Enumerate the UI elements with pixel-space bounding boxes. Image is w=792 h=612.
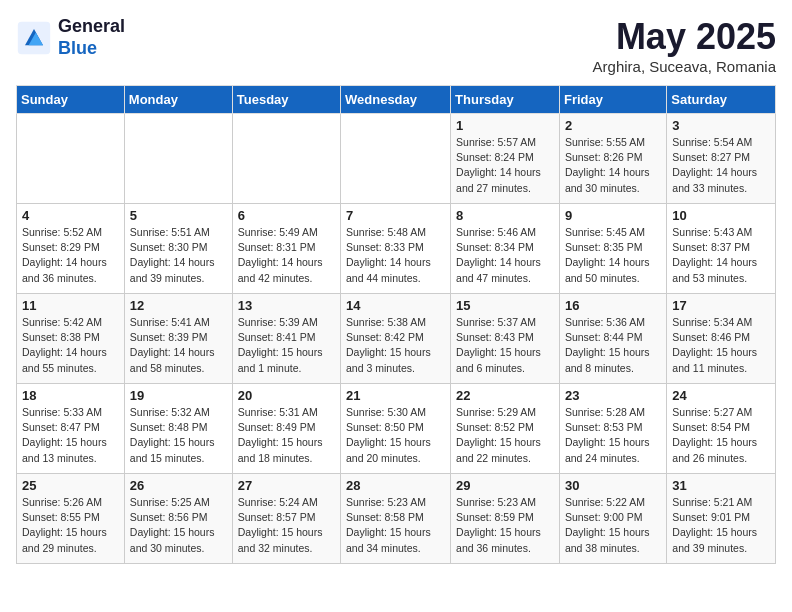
calendar-cell: 21Sunrise: 5:30 AM Sunset: 8:50 PM Dayli… bbox=[341, 384, 451, 474]
calendar-cell: 11Sunrise: 5:42 AM Sunset: 8:38 PM Dayli… bbox=[17, 294, 125, 384]
day-info: Sunrise: 5:26 AM Sunset: 8:55 PM Dayligh… bbox=[22, 495, 119, 556]
day-number: 29 bbox=[456, 478, 554, 493]
calendar-cell: 12Sunrise: 5:41 AM Sunset: 8:39 PM Dayli… bbox=[124, 294, 232, 384]
calendar-cell: 8Sunrise: 5:46 AM Sunset: 8:34 PM Daylig… bbox=[451, 204, 560, 294]
day-number: 10 bbox=[672, 208, 770, 223]
calendar-cell: 31Sunrise: 5:21 AM Sunset: 9:01 PM Dayli… bbox=[667, 474, 776, 564]
day-info: Sunrise: 5:37 AM Sunset: 8:43 PM Dayligh… bbox=[456, 315, 554, 376]
day-info: Sunrise: 5:24 AM Sunset: 8:57 PM Dayligh… bbox=[238, 495, 335, 556]
day-info: Sunrise: 5:42 AM Sunset: 8:38 PM Dayligh… bbox=[22, 315, 119, 376]
day-number: 27 bbox=[238, 478, 335, 493]
day-number: 12 bbox=[130, 298, 227, 313]
calendar-cell: 14Sunrise: 5:38 AM Sunset: 8:42 PM Dayli… bbox=[341, 294, 451, 384]
calendar-cell: 5Sunrise: 5:51 AM Sunset: 8:30 PM Daylig… bbox=[124, 204, 232, 294]
calendar-cell bbox=[17, 114, 125, 204]
logo-line1: General bbox=[58, 16, 125, 38]
day-number: 7 bbox=[346, 208, 445, 223]
calendar-week-row: 4Sunrise: 5:52 AM Sunset: 8:29 PM Daylig… bbox=[17, 204, 776, 294]
day-info: Sunrise: 5:36 AM Sunset: 8:44 PM Dayligh… bbox=[565, 315, 661, 376]
day-info: Sunrise: 5:48 AM Sunset: 8:33 PM Dayligh… bbox=[346, 225, 445, 286]
calendar-cell: 2Sunrise: 5:55 AM Sunset: 8:26 PM Daylig… bbox=[559, 114, 666, 204]
calendar-week-row: 1Sunrise: 5:57 AM Sunset: 8:24 PM Daylig… bbox=[17, 114, 776, 204]
day-number: 21 bbox=[346, 388, 445, 403]
day-info: Sunrise: 5:33 AM Sunset: 8:47 PM Dayligh… bbox=[22, 405, 119, 466]
day-number: 11 bbox=[22, 298, 119, 313]
calendar-cell: 9Sunrise: 5:45 AM Sunset: 8:35 PM Daylig… bbox=[559, 204, 666, 294]
day-number: 20 bbox=[238, 388, 335, 403]
calendar-cell bbox=[124, 114, 232, 204]
day-info: Sunrise: 5:30 AM Sunset: 8:50 PM Dayligh… bbox=[346, 405, 445, 466]
day-number: 28 bbox=[346, 478, 445, 493]
day-number: 24 bbox=[672, 388, 770, 403]
day-info: Sunrise: 5:49 AM Sunset: 8:31 PM Dayligh… bbox=[238, 225, 335, 286]
calendar-cell: 22Sunrise: 5:29 AM Sunset: 8:52 PM Dayli… bbox=[451, 384, 560, 474]
day-info: Sunrise: 5:54 AM Sunset: 8:27 PM Dayligh… bbox=[672, 135, 770, 196]
day-number: 17 bbox=[672, 298, 770, 313]
day-number: 25 bbox=[22, 478, 119, 493]
weekday-header-row: SundayMondayTuesdayWednesdayThursdayFrid… bbox=[17, 86, 776, 114]
day-info: Sunrise: 5:55 AM Sunset: 8:26 PM Dayligh… bbox=[565, 135, 661, 196]
calendar-cell: 15Sunrise: 5:37 AM Sunset: 8:43 PM Dayli… bbox=[451, 294, 560, 384]
day-number: 22 bbox=[456, 388, 554, 403]
day-number: 19 bbox=[130, 388, 227, 403]
day-info: Sunrise: 5:28 AM Sunset: 8:53 PM Dayligh… bbox=[565, 405, 661, 466]
calendar-cell bbox=[341, 114, 451, 204]
day-info: Sunrise: 5:27 AM Sunset: 8:54 PM Dayligh… bbox=[672, 405, 770, 466]
day-number: 23 bbox=[565, 388, 661, 403]
day-info: Sunrise: 5:43 AM Sunset: 8:37 PM Dayligh… bbox=[672, 225, 770, 286]
day-info: Sunrise: 5:34 AM Sunset: 8:46 PM Dayligh… bbox=[672, 315, 770, 376]
day-info: Sunrise: 5:57 AM Sunset: 8:24 PM Dayligh… bbox=[456, 135, 554, 196]
location-subtitle: Arghira, Suceava, Romania bbox=[593, 58, 776, 75]
calendar-cell: 20Sunrise: 5:31 AM Sunset: 8:49 PM Dayli… bbox=[232, 384, 340, 474]
calendar-table: SundayMondayTuesdayWednesdayThursdayFrid… bbox=[16, 85, 776, 564]
calendar-week-row: 18Sunrise: 5:33 AM Sunset: 8:47 PM Dayli… bbox=[17, 384, 776, 474]
logo: General Blue bbox=[16, 16, 125, 59]
calendar-cell: 30Sunrise: 5:22 AM Sunset: 9:00 PM Dayli… bbox=[559, 474, 666, 564]
day-number: 18 bbox=[22, 388, 119, 403]
calendar-cell: 16Sunrise: 5:36 AM Sunset: 8:44 PM Dayli… bbox=[559, 294, 666, 384]
day-info: Sunrise: 5:25 AM Sunset: 8:56 PM Dayligh… bbox=[130, 495, 227, 556]
calendar-cell: 26Sunrise: 5:25 AM Sunset: 8:56 PM Dayli… bbox=[124, 474, 232, 564]
weekday-header: Sunday bbox=[17, 86, 125, 114]
day-info: Sunrise: 5:21 AM Sunset: 9:01 PM Dayligh… bbox=[672, 495, 770, 556]
calendar-cell: 28Sunrise: 5:23 AM Sunset: 8:58 PM Dayli… bbox=[341, 474, 451, 564]
day-number: 14 bbox=[346, 298, 445, 313]
day-number: 15 bbox=[456, 298, 554, 313]
day-info: Sunrise: 5:45 AM Sunset: 8:35 PM Dayligh… bbox=[565, 225, 661, 286]
calendar-cell: 4Sunrise: 5:52 AM Sunset: 8:29 PM Daylig… bbox=[17, 204, 125, 294]
day-number: 26 bbox=[130, 478, 227, 493]
weekday-header: Thursday bbox=[451, 86, 560, 114]
month-title: May 2025 bbox=[593, 16, 776, 58]
day-info: Sunrise: 5:31 AM Sunset: 8:49 PM Dayligh… bbox=[238, 405, 335, 466]
calendar-cell: 1Sunrise: 5:57 AM Sunset: 8:24 PM Daylig… bbox=[451, 114, 560, 204]
day-info: Sunrise: 5:38 AM Sunset: 8:42 PM Dayligh… bbox=[346, 315, 445, 376]
day-number: 16 bbox=[565, 298, 661, 313]
day-number: 8 bbox=[456, 208, 554, 223]
calendar-week-row: 25Sunrise: 5:26 AM Sunset: 8:55 PM Dayli… bbox=[17, 474, 776, 564]
calendar-week-row: 11Sunrise: 5:42 AM Sunset: 8:38 PM Dayli… bbox=[17, 294, 776, 384]
calendar-cell: 18Sunrise: 5:33 AM Sunset: 8:47 PM Dayli… bbox=[17, 384, 125, 474]
day-info: Sunrise: 5:52 AM Sunset: 8:29 PM Dayligh… bbox=[22, 225, 119, 286]
weekday-header: Monday bbox=[124, 86, 232, 114]
calendar-cell: 23Sunrise: 5:28 AM Sunset: 8:53 PM Dayli… bbox=[559, 384, 666, 474]
day-number: 9 bbox=[565, 208, 661, 223]
calendar-cell: 24Sunrise: 5:27 AM Sunset: 8:54 PM Dayli… bbox=[667, 384, 776, 474]
calendar-cell: 10Sunrise: 5:43 AM Sunset: 8:37 PM Dayli… bbox=[667, 204, 776, 294]
day-number: 2 bbox=[565, 118, 661, 133]
day-number: 13 bbox=[238, 298, 335, 313]
day-number: 30 bbox=[565, 478, 661, 493]
day-number: 4 bbox=[22, 208, 119, 223]
day-info: Sunrise: 5:51 AM Sunset: 8:30 PM Dayligh… bbox=[130, 225, 227, 286]
calendar-cell: 7Sunrise: 5:48 AM Sunset: 8:33 PM Daylig… bbox=[341, 204, 451, 294]
calendar-cell bbox=[232, 114, 340, 204]
logo-icon bbox=[16, 20, 52, 56]
calendar-cell: 3Sunrise: 5:54 AM Sunset: 8:27 PM Daylig… bbox=[667, 114, 776, 204]
page-header: General Blue May 2025 Arghira, Suceava, … bbox=[16, 16, 776, 75]
calendar-cell: 17Sunrise: 5:34 AM Sunset: 8:46 PM Dayli… bbox=[667, 294, 776, 384]
calendar-cell: 19Sunrise: 5:32 AM Sunset: 8:48 PM Dayli… bbox=[124, 384, 232, 474]
weekday-header: Friday bbox=[559, 86, 666, 114]
weekday-header: Wednesday bbox=[341, 86, 451, 114]
calendar-cell: 29Sunrise: 5:23 AM Sunset: 8:59 PM Dayli… bbox=[451, 474, 560, 564]
day-number: 5 bbox=[130, 208, 227, 223]
calendar-cell: 25Sunrise: 5:26 AM Sunset: 8:55 PM Dayli… bbox=[17, 474, 125, 564]
